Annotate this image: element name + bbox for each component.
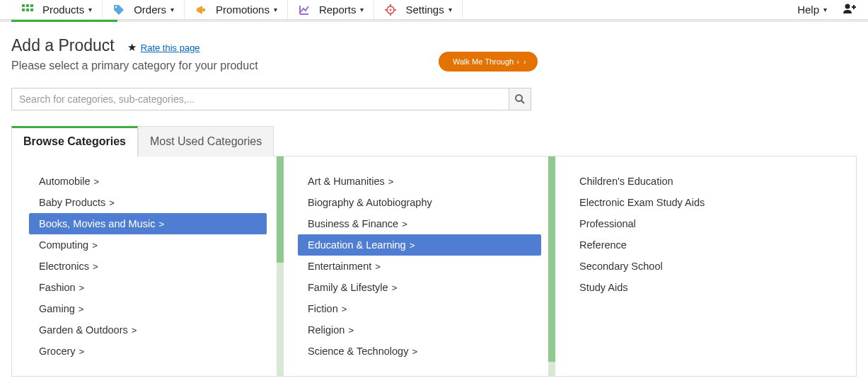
category-item[interactable]: Baby Products>	[29, 192, 267, 213]
category-label: Automobile	[39, 176, 91, 187]
category-item[interactable]: Electronic Exam Study Aids	[569, 192, 813, 213]
search-button[interactable]	[509, 88, 531, 110]
chevron-right-icon: >	[410, 240, 415, 251]
tab-browse-categories[interactable]: Browse Categories	[11, 126, 138, 156]
caret-icon: ▾	[449, 6, 452, 13]
category-label: Grocery	[39, 346, 76, 357]
category-item[interactable]: Art & Humanities>	[298, 171, 541, 192]
nav-label: Reports	[319, 4, 357, 16]
nav-settings[interactable]: Settings ▾	[374, 0, 462, 20]
category-column-1: Automobile>Baby Products>Books, Movies a…	[12, 156, 284, 376]
category-label: Entertainment	[308, 261, 371, 272]
category-item[interactable]: Science & Technology>	[298, 341, 541, 362]
top-nav: Products ▾ Orders ▾ Promotions ▾ Reports…	[0, 0, 868, 20]
svg-rect-2	[30, 4, 33, 7]
rate-page[interactable]: ★ Rate this page	[127, 41, 200, 54]
chart-icon	[298, 4, 311, 16]
category-label: Garden & Outdoors	[39, 324, 128, 336]
chevron-right-icon: ›	[523, 57, 526, 66]
chevron-right-icon: >	[392, 283, 398, 293]
category-label: Study Aids	[579, 282, 628, 293]
nav-orders[interactable]: Orders ▾	[103, 0, 185, 20]
category-item[interactable]: Biography & Autobiography	[298, 192, 541, 213]
chevron-right-icon: >	[348, 325, 354, 336]
caret-icon: ▾	[274, 6, 277, 13]
category-item[interactable]: Secondary School	[569, 256, 813, 277]
category-label: Computing	[39, 239, 88, 251]
search-row	[11, 88, 531, 110]
category-label: Baby Products	[39, 197, 105, 208]
walk-label: Walk Me Through	[453, 57, 514, 66]
category-label: Science & Technology	[308, 346, 408, 357]
category-panel: Automobile>Baby Products>Books, Movies a…	[11, 156, 857, 377]
category-label: Electronic Exam Study Aids	[579, 197, 705, 208]
category-tabs: Browse Categories Most Used Categories	[11, 126, 857, 156]
category-item[interactable]: Religion>	[298, 319, 541, 341]
scrollbar[interactable]	[277, 156, 284, 376]
chevron-right-icon: ›	[516, 57, 519, 66]
nav-reports[interactable]: Reports ▾	[288, 0, 375, 20]
star-icon: ★	[127, 41, 137, 54]
category-item[interactable]: Entertainment>	[298, 256, 541, 277]
nav-label: Orders	[134, 4, 166, 16]
page-content: Add a Product ★ Rate this page Please se…	[0, 22, 868, 377]
category-item[interactable]: Children's Education	[569, 171, 813, 192]
category-item[interactable]: Reference	[569, 234, 813, 256]
category-item[interactable]: Business & Finance>	[298, 213, 541, 234]
category-item[interactable]: Automobile>	[29, 171, 267, 192]
nav-promotions[interactable]: Promotions ▾	[185, 0, 288, 20]
nav-products[interactable]: Products ▾	[11, 0, 103, 20]
chevron-right-icon: >	[132, 325, 137, 336]
caret-icon: ▾	[88, 6, 92, 13]
nav-right: Help ▾	[789, 0, 857, 20]
category-item[interactable]: Computing>	[29, 234, 267, 256]
category-item[interactable]: Fiction>	[298, 298, 541, 319]
category-label: Professional	[579, 218, 636, 229]
tab-most-used-categories[interactable]: Most Used Categories	[138, 126, 274, 156]
category-label: Family & Lifestyle	[308, 282, 388, 293]
svg-rect-3	[22, 8, 25, 11]
category-item[interactable]: Garden & Outdoors>	[29, 319, 267, 341]
category-search-input[interactable]	[11, 88, 509, 110]
search-icon	[514, 93, 526, 105]
category-label: Biography & Autobiography	[308, 197, 432, 208]
page-title: Add a Product	[11, 36, 115, 55]
category-column-3: Children's EducationElectronic Exam Stud…	[555, 156, 827, 376]
scrollbar[interactable]	[548, 156, 555, 376]
category-label: Business & Finance	[308, 218, 398, 229]
category-label: Books, Movies and Music	[39, 218, 155, 229]
megaphone-icon	[195, 4, 207, 16]
category-item[interactable]: Education & Learning>	[298, 234, 541, 256]
user-icon[interactable]	[843, 3, 857, 16]
grid-icon	[21, 4, 34, 16]
page-subtitle: Please select a primary category for you…	[11, 59, 857, 72]
title-row: Add a Product ★ Rate this page	[11, 36, 857, 55]
category-item[interactable]: Books, Movies and Music>	[29, 213, 267, 234]
chevron-right-icon: >	[79, 304, 84, 314]
chevron-right-icon: >	[388, 176, 394, 187]
caret-icon: ▾	[823, 6, 827, 13]
category-item[interactable]: Grocery>	[29, 341, 267, 362]
nav-help[interactable]: Help ▾	[789, 0, 835, 20]
category-label: Education & Learning	[308, 239, 406, 251]
category-column-2: Art & Humanities>Biography & Autobiograp…	[284, 156, 555, 376]
chevron-right-icon: >	[375, 261, 381, 272]
chevron-right-icon: >	[94, 176, 100, 187]
category-item[interactable]: Gaming>	[29, 298, 267, 319]
category-item[interactable]: Study Aids	[569, 277, 813, 298]
category-item[interactable]: Electronics>	[29, 256, 267, 277]
chevron-right-icon: >	[79, 346, 85, 357]
category-item[interactable]: Fashion>	[29, 277, 267, 298]
svg-rect-1	[26, 4, 29, 7]
category-label: Art & Humanities	[308, 176, 385, 187]
svg-rect-16	[853, 5, 855, 9]
category-item[interactable]: Family & Lifestyle>	[298, 277, 541, 298]
svg-point-6	[115, 6, 117, 8]
category-item[interactable]: Professional	[569, 213, 813, 234]
category-label: Fiction	[308, 303, 338, 314]
walk-me-through-button[interactable]: Walk Me Through › ›	[439, 52, 538, 72]
nav-label: Help	[797, 4, 819, 16]
svg-rect-4	[26, 8, 29, 11]
chevron-right-icon: >	[79, 283, 85, 293]
category-label: Children's Education	[579, 176, 673, 187]
